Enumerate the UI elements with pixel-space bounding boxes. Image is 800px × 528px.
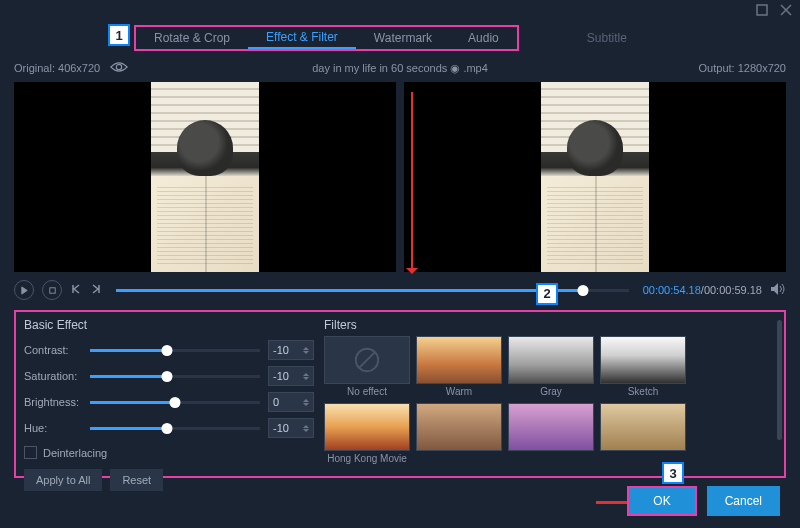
filter-hong-kong-movie[interactable]: Hong Kong Movie — [324, 403, 410, 464]
stop-button[interactable] — [42, 280, 62, 300]
original-preview — [14, 82, 396, 272]
hue-row: Hue: -10 — [24, 418, 314, 438]
svg-rect-0 — [757, 5, 767, 15]
hue-value-input[interactable]: -10 — [268, 418, 314, 438]
output-resolution-label: Output: 1280x720 — [699, 62, 786, 74]
tab-rotate-crop[interactable]: Rotate & Crop — [136, 27, 248, 49]
prev-frame-button[interactable] — [70, 283, 82, 297]
playback-controls: 2 00:00:54.18/00:00:59.18 — [0, 272, 800, 308]
svg-rect-2 — [49, 287, 54, 292]
time-display: 00:00:54.18/00:00:59.18 — [643, 284, 762, 296]
volume-icon[interactable] — [770, 282, 786, 298]
close-icon[interactable] — [780, 4, 792, 18]
spinner-down-icon[interactable] — [303, 429, 309, 435]
tab-watermark[interactable]: Watermark — [356, 27, 450, 49]
filters-title: Filters — [324, 318, 776, 332]
filter-grid: No effect Warm Gray Sketch Hong Kong Mov… — [324, 336, 776, 466]
contrast-label: Contrast: — [24, 344, 82, 356]
filter-label: Gray — [540, 386, 562, 397]
filter-warm[interactable]: Warm — [416, 336, 502, 397]
title-bar — [0, 0, 800, 22]
preview-row — [0, 82, 800, 272]
spinner-up-icon[interactable] — [303, 422, 309, 428]
filter-no-effect[interactable]: No effect — [324, 336, 410, 397]
svg-line-4 — [359, 352, 376, 369]
saturation-slider[interactable] — [90, 375, 260, 378]
deinterlacing-row: Deinterlacing — [24, 446, 314, 459]
cancel-button[interactable]: Cancel — [707, 486, 780, 516]
svg-point-1 — [117, 64, 122, 69]
contrast-row: Contrast: -10 — [24, 340, 314, 360]
deinterlacing-checkbox[interactable] — [24, 446, 37, 459]
original-resolution-label: Original: 406x720 — [14, 62, 100, 74]
brightness-slider[interactable] — [90, 401, 260, 404]
filter-label: No effect — [347, 386, 387, 397]
filter-label: Hong Kong Movie — [327, 453, 407, 464]
saturation-label: Saturation: — [24, 370, 82, 382]
preview-toggle-icon[interactable] — [110, 60, 128, 76]
basic-effect-column: Basic Effect Contrast: -10 Saturation: -… — [24, 318, 314, 466]
timeline-slider[interactable]: 2 — [116, 289, 629, 292]
tabs-bar: 1 Rotate & Crop Effect & Filter Watermar… — [0, 22, 800, 54]
play-button[interactable] — [14, 280, 34, 300]
filters-column: Filters No effect Warm Gray Sketch Hong … — [324, 318, 776, 466]
file-name-label: day in my life in 60 seconds ◉ .mp4 — [312, 62, 488, 75]
next-frame-button[interactable] — [90, 283, 102, 297]
saturation-row: Saturation: -10 — [24, 366, 314, 386]
annotation-badge-2: 2 — [536, 283, 558, 305]
footer-buttons: OK Cancel — [627, 486, 780, 516]
spinner-up-icon[interactable] — [303, 344, 309, 350]
spinner-down-icon[interactable] — [303, 351, 309, 357]
filter-gray[interactable]: Gray — [508, 336, 594, 397]
filter-item[interactable] — [600, 403, 686, 464]
spinner-up-icon[interactable] — [303, 396, 309, 402]
spinner-down-icon[interactable] — [303, 377, 309, 383]
filters-scrollbar[interactable] — [777, 320, 782, 440]
contrast-value-input[interactable]: -10 — [268, 340, 314, 360]
filter-label: Warm — [446, 386, 472, 397]
annotation-arrow-red — [411, 92, 413, 272]
filter-sketch[interactable]: Sketch — [600, 336, 686, 397]
tab-effect-filter[interactable]: Effect & Filter — [248, 27, 356, 49]
info-bar: Original: 406x720 day in my life in 60 s… — [0, 54, 800, 82]
filter-item[interactable] — [416, 403, 502, 464]
reset-button[interactable]: Reset — [110, 469, 163, 491]
contrast-slider[interactable] — [90, 349, 260, 352]
apply-to-all-button[interactable]: Apply to All — [24, 469, 102, 491]
tab-subtitle[interactable]: Subtitle — [569, 31, 645, 45]
spinner-up-icon[interactable] — [303, 370, 309, 376]
spinner-down-icon[interactable] — [303, 403, 309, 409]
maximize-icon[interactable] — [756, 4, 768, 18]
saturation-value-input[interactable]: -10 — [268, 366, 314, 386]
no-effect-icon — [324, 336, 410, 384]
brightness-label: Brightness: — [24, 396, 82, 408]
brightness-row: Brightness: 0 — [24, 392, 314, 412]
filter-label: Sketch — [628, 386, 659, 397]
filter-item[interactable] — [508, 403, 594, 464]
tabs-highlight-box: Rotate & Crop Effect & Filter Watermark … — [134, 25, 519, 51]
settings-panel: Basic Effect Contrast: -10 Saturation: -… — [14, 310, 786, 478]
brightness-value-input[interactable]: 0 — [268, 392, 314, 412]
deinterlacing-label: Deinterlacing — [43, 447, 107, 459]
hue-label: Hue: — [24, 422, 82, 434]
tab-audio[interactable]: Audio — [450, 27, 517, 49]
output-preview — [404, 82, 786, 272]
basic-effect-title: Basic Effect — [24, 318, 314, 332]
ok-button[interactable]: OK — [627, 486, 696, 516]
annotation-badge-1: 1 — [108, 24, 130, 46]
hue-slider[interactable] — [90, 427, 260, 430]
annotation-badge-3: 3 — [662, 462, 684, 484]
